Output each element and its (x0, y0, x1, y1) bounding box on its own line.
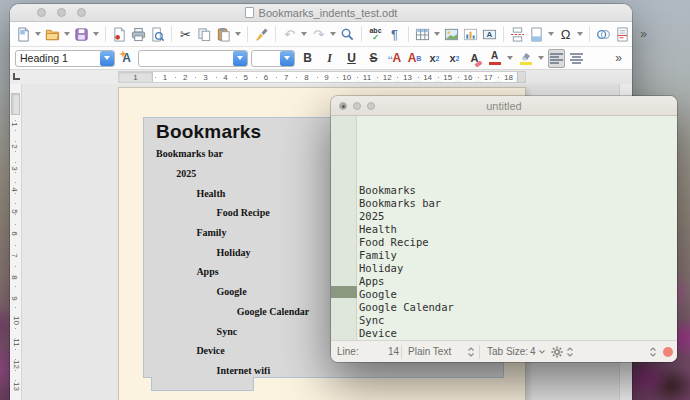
strikethrough-button[interactable]: S (364, 49, 383, 68)
insert-footnote-button[interactable] (614, 25, 631, 44)
spelling-button[interactable]: abc ✓ (367, 25, 384, 44)
paste-button[interactable] (215, 25, 232, 44)
copy-button[interactable] (196, 25, 213, 44)
highlight-color-button[interactable] (517, 49, 534, 68)
print-preview-button[interactable] (149, 25, 166, 44)
undo-dropdown-icon[interactable] (301, 32, 307, 36)
editor-lines: BookmarksBookmarks bar2025HealthFood Rec… (359, 145, 454, 340)
insert-table-button[interactable] (414, 25, 431, 44)
ruler-number: 15 (441, 73, 454, 82)
horizontal-ruler[interactable]: 1 123456789101112131415161718 (118, 71, 526, 83)
status-indicator-dot[interactable] (663, 347, 673, 357)
clone-formatting-button[interactable] (253, 25, 270, 44)
editor-line: Bookmarks (359, 184, 454, 197)
new-dropdown-icon[interactable] (35, 32, 41, 36)
align-center-button[interactable] (568, 49, 585, 68)
insert-title-page-button[interactable] (528, 25, 545, 44)
underline-button[interactable]: U (342, 49, 361, 68)
document-icon (245, 7, 254, 18)
font-size-select[interactable] (251, 50, 295, 67)
toolbar-separator (408, 26, 409, 42)
close-button[interactable] (339, 102, 347, 110)
editor-line: Health (359, 223, 454, 236)
align-left-button[interactable] (548, 49, 565, 68)
ruler-number: 5 (242, 73, 250, 82)
font-name-select[interactable] (138, 50, 248, 67)
update-style-button[interactable]: A (118, 49, 135, 68)
line-number-gutter (331, 116, 357, 340)
redo-button[interactable]: ↷ (310, 25, 327, 44)
syntax-mode-select[interactable]: Plain Text (408, 346, 451, 357)
formatting-marks-button[interactable]: ¶ (386, 25, 403, 44)
ruler-number: 6 (262, 73, 270, 82)
special-character-dropdown-icon[interactable] (577, 32, 583, 36)
paragraph-style-value: Heading 1 (16, 52, 100, 64)
paste-dropdown-icon[interactable] (235, 32, 241, 36)
vertical-ruler[interactable]: 123456789101112131415 (10, 84, 22, 400)
editor-body[interactable]: BookmarksBookmarks bar2025HealthFood Rec… (331, 116, 677, 340)
table-dropdown-icon[interactable] (434, 32, 440, 36)
open-button[interactable] (44, 25, 61, 44)
clear-formatting-button[interactable]: A (466, 49, 483, 68)
line-label: Line: (337, 346, 359, 357)
insert-image-button[interactable] (443, 25, 460, 44)
font-color-a: A (491, 51, 498, 61)
toolbar-separator (589, 26, 590, 42)
increase-size-a: A (393, 51, 402, 65)
close-button[interactable] (37, 8, 46, 17)
editor-text-area[interactable]: BookmarksBookmarks bar2025HealthFood Rec… (359, 119, 454, 340)
ruler-number: 10 (340, 73, 353, 82)
font-color-dropdown-icon[interactable] (507, 56, 513, 60)
tab-size-caret-icon[interactable] (538, 349, 546, 355)
redo-dropdown-icon[interactable] (330, 32, 336, 36)
insert-page-break-button[interactable] (509, 25, 526, 44)
open-dropdown-icon[interactable] (64, 32, 70, 36)
superscript-button[interactable]: x2 (426, 49, 443, 68)
paragraph-style-select[interactable]: Heading 1 (15, 50, 115, 67)
formatting-overflow-button[interactable]: » (610, 49, 627, 68)
subscript-button[interactable]: x2 (446, 49, 463, 68)
bold-button[interactable]: B (298, 49, 317, 68)
ruler-number: 6 (10, 231, 19, 235)
find-replace-button[interactable] (339, 25, 356, 44)
font-size-dropdown-icon[interactable] (280, 51, 294, 66)
tab-stop-selector-icon[interactable] (13, 73, 20, 80)
highlight-dropdown-icon[interactable] (538, 56, 544, 60)
zoom-button[interactable] (367, 102, 375, 110)
toolbar-overflow-button[interactable]: » (635, 25, 652, 44)
insert-chart-button[interactable] (462, 25, 479, 44)
undo-button[interactable]: ↶ (281, 25, 298, 44)
print-button[interactable] (130, 25, 147, 44)
ruler-number: 7 (282, 73, 290, 82)
save-dropdown-icon[interactable] (93, 32, 99, 36)
paragraph-style-dropdown-icon[interactable] (100, 51, 114, 66)
insert-hyperlink-button[interactable] (595, 25, 612, 44)
cut-button[interactable]: ✂ (177, 25, 194, 44)
font-color-button[interactable]: A (486, 49, 503, 68)
syntax-stepper-icon[interactable] (467, 346, 475, 358)
font-name-dropdown-icon[interactable] (233, 51, 247, 66)
editor-status-bar: Line: 14 Plain Text Tab Size: 4 (331, 340, 677, 362)
title-page-dropdown-icon[interactable] (548, 32, 554, 36)
highlighter-icon (520, 52, 532, 61)
ruler-number: 11 (361, 73, 373, 82)
gear-stepper-icon[interactable] (566, 346, 574, 358)
italic-button[interactable]: I (320, 49, 339, 68)
special-character-button[interactable]: Ω (557, 25, 574, 44)
minimize-button[interactable] (353, 102, 361, 110)
ruler-number: 8 (10, 275, 19, 279)
ruler-right-margin (517, 72, 525, 82)
save-button[interactable] (73, 25, 90, 44)
toolbar-separator (105, 26, 106, 42)
minimize-button[interactable] (57, 8, 66, 17)
decrease-size-button[interactable]: AB (406, 49, 423, 68)
tab-size-value[interactable]: 4 (530, 346, 536, 357)
zoom-button[interactable] (77, 8, 86, 17)
new-document-button[interactable] (15, 25, 32, 44)
export-pdf-button[interactable] (111, 25, 128, 44)
document-line: Internet wifi (143, 361, 504, 381)
right-stepper-icon[interactable] (649, 346, 657, 358)
gear-icon[interactable] (551, 346, 563, 358)
increase-size-button[interactable]: ¹¹A (386, 49, 403, 68)
insert-textbox-button[interactable]: A (481, 25, 498, 44)
